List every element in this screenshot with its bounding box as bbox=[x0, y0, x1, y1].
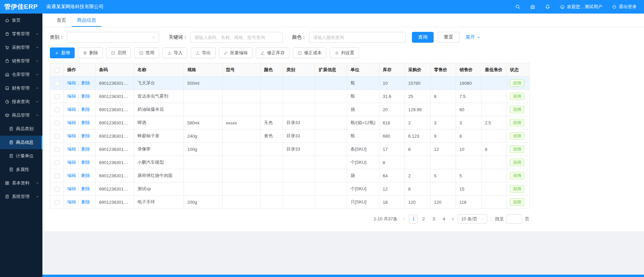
jump-page-input[interactable] bbox=[507, 214, 522, 224]
search-button[interactable]: 查询 bbox=[412, 32, 434, 43]
keyword-input[interactable] bbox=[190, 32, 283, 43]
sidebar-item-sales[interactable]: 销售管理 bbox=[0, 54, 42, 68]
sidebar-item-warehouse[interactable]: 仓库管理 bbox=[0, 68, 42, 81]
row-checkbox[interactable] bbox=[55, 187, 59, 192]
sidebar-item-basic[interactable]: 基本资料 bbox=[0, 176, 42, 190]
cell-operations: 编辑|删除 bbox=[64, 156, 96, 169]
delete-link[interactable]: 删除 bbox=[81, 199, 90, 204]
sidebar-item-finance[interactable]: 财务管理 bbox=[0, 81, 42, 95]
next-page-button[interactable] bbox=[451, 217, 455, 221]
delete-link[interactable]: 删除 bbox=[81, 173, 90, 178]
fix-cost-button[interactable]: 修正成本 bbox=[293, 47, 326, 58]
delete-link[interactable]: 删除 bbox=[81, 186, 90, 191]
select-all-checkbox[interactable] bbox=[55, 68, 59, 73]
cell-spec bbox=[184, 182, 223, 196]
operation-divider: | bbox=[78, 133, 79, 138]
cell-name: 啤酒 bbox=[134, 116, 184, 130]
column-header: 采购价 bbox=[405, 63, 431, 77]
table-row: 编辑|删除6901236301331录像带100g目录33条[SKU]17612… bbox=[50, 143, 530, 156]
page-button-1[interactable]: 1 bbox=[409, 215, 418, 223]
delete-link[interactable]: 删除 bbox=[81, 94, 90, 99]
reset-button[interactable]: 重置 bbox=[438, 32, 459, 43]
button-label: 删除 bbox=[89, 50, 98, 56]
row-checkbox[interactable] bbox=[55, 147, 59, 152]
edit-link[interactable]: 编辑 bbox=[67, 94, 76, 99]
disable-button[interactable]: 禁用 bbox=[134, 47, 159, 58]
tab-home[interactable]: 首页 bbox=[51, 14, 72, 27]
column-settings-button[interactable]: 列设置 bbox=[330, 47, 359, 58]
sidebar-item-multi-attribute[interactable]: 多属性 bbox=[0, 163, 42, 176]
page-size-select[interactable]: 10 条/页 bbox=[458, 214, 487, 224]
sidebar-item-label: 报表查询 bbox=[12, 99, 30, 105]
search-icon[interactable] bbox=[515, 4, 520, 9]
edit-link[interactable]: 编辑 bbox=[67, 160, 76, 165]
sidebar-item-product-category[interactable]: 商品类别 bbox=[0, 122, 42, 136]
export-button[interactable]: 导出 bbox=[191, 47, 215, 58]
tab-product-info[interactable]: 商品信息 bbox=[72, 14, 101, 27]
cell-barcode: 6901236301322 bbox=[96, 156, 134, 169]
user-welcome[interactable]: 欢迎您，测试用户 bbox=[560, 4, 602, 10]
sidebar-item-home[interactable]: 首页 bbox=[0, 14, 42, 27]
delete-button[interactable]: 删除 bbox=[78, 47, 103, 58]
page-button-2[interactable]: 2 bbox=[419, 215, 428, 223]
category-select[interactable] bbox=[67, 32, 159, 43]
row-checkbox[interactable] bbox=[55, 200, 59, 205]
row-checkbox[interactable] bbox=[55, 160, 59, 165]
edit-link[interactable]: 编辑 bbox=[67, 133, 76, 138]
add-button[interactable]: 新增 bbox=[50, 47, 75, 58]
cell-category bbox=[283, 182, 315, 196]
cell-spec bbox=[184, 103, 223, 116]
page-button-3[interactable]: 3 bbox=[429, 215, 438, 223]
import-button[interactable]: 导入 bbox=[163, 47, 187, 58]
sidebar-item-label: 采购管理 bbox=[12, 44, 30, 51]
import-icon bbox=[167, 51, 172, 55]
row-checkbox[interactable] bbox=[55, 121, 59, 125]
row-checkbox[interactable] bbox=[55, 81, 59, 86]
platform-bank-icon[interactable] bbox=[530, 4, 535, 9]
delete-link[interactable]: 删除 bbox=[81, 107, 90, 112]
delete-link[interactable]: 删除 bbox=[81, 80, 90, 85]
cell-color: 黄色 bbox=[261, 130, 283, 143]
expand-link[interactable]: 展开 bbox=[466, 34, 480, 40]
row-checkbox[interactable] bbox=[55, 107, 59, 112]
prev-page-button[interactable] bbox=[402, 217, 406, 221]
page-button-4[interactable]: 4 bbox=[439, 215, 448, 223]
column-header: 操作 bbox=[64, 63, 96, 77]
notification-bell-icon[interactable] bbox=[545, 4, 550, 9]
chevron-down-icon bbox=[36, 181, 39, 185]
enable-button[interactable]: 启用 bbox=[106, 47, 131, 58]
edit-link[interactable]: 编辑 bbox=[67, 199, 76, 204]
sidebar-item-retail[interactable]: 零售管理 bbox=[0, 27, 42, 41]
delete-link[interactable]: 删除 bbox=[81, 133, 90, 138]
fix-stock-button[interactable]: 修正库存 bbox=[256, 47, 289, 58]
sidebar-item-system[interactable]: 系统管理 bbox=[0, 190, 42, 203]
cell-barcode: 6901236301340 bbox=[96, 103, 134, 116]
operation-divider: | bbox=[78, 199, 79, 204]
edit-link[interactable]: 编辑 bbox=[67, 120, 76, 125]
cell-sale bbox=[456, 156, 481, 169]
sidebar-item-report[interactable]: 报表查询 bbox=[0, 95, 42, 108]
color-input[interactable] bbox=[309, 32, 406, 43]
sidebar-item-product[interactable]: 商品管理 bbox=[0, 108, 42, 122]
edit-link[interactable]: 编辑 bbox=[67, 107, 76, 112]
sidebar-item-measure-unit[interactable]: 计量单位 bbox=[0, 149, 42, 163]
delete-link[interactable]: 删除 bbox=[81, 146, 90, 152]
logout-button[interactable]: 退出登录 bbox=[612, 4, 637, 10]
row-checkbox[interactable] bbox=[55, 94, 59, 99]
row-checkbox[interactable] bbox=[55, 174, 59, 178]
delete-link[interactable]: 删除 bbox=[81, 120, 90, 125]
edit-link[interactable]: 编辑 bbox=[67, 186, 76, 191]
cell-barcode: 6901236301331 bbox=[96, 143, 134, 156]
row-checkbox[interactable] bbox=[55, 134, 59, 139]
button-label: 导入 bbox=[174, 50, 183, 56]
edit-link[interactable]: 编辑 bbox=[67, 80, 76, 85]
edit-link[interactable]: 编辑 bbox=[67, 173, 76, 178]
sidebar-item-purchase[interactable]: 采购管理 bbox=[0, 41, 42, 54]
edit-link[interactable]: 编辑 bbox=[67, 146, 76, 152]
batch-edit-button[interactable]: 批量编辑 bbox=[219, 47, 252, 58]
column-header: 销售价 bbox=[456, 63, 481, 77]
gear-icon bbox=[335, 51, 339, 55]
delete-link[interactable]: 删除 bbox=[81, 160, 90, 165]
export-icon bbox=[195, 51, 200, 55]
sidebar-item-product-info[interactable]: 商品信息 bbox=[0, 136, 42, 149]
